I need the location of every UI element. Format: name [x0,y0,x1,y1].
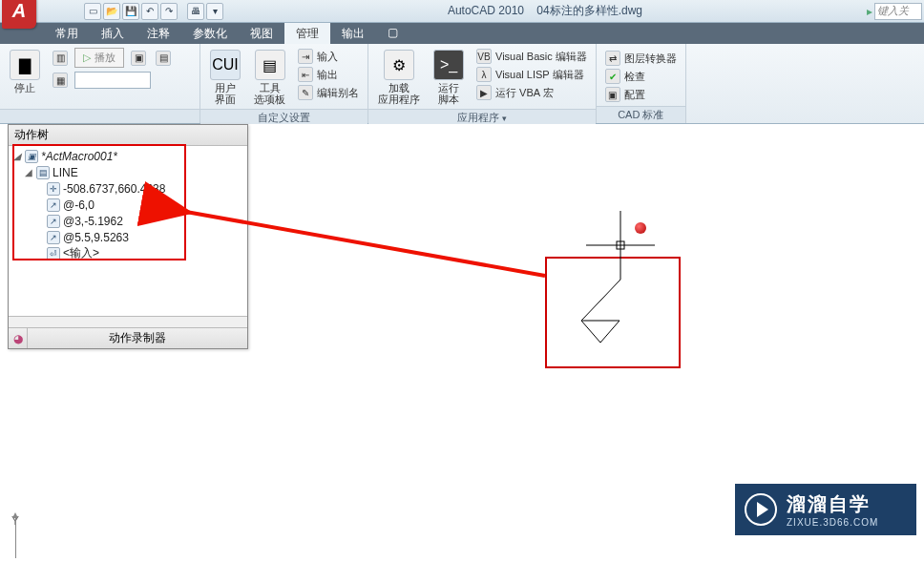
check-button[interactable]: ✔检查 [602,68,680,85]
qat-new-icon[interactable]: ▭ [84,3,101,20]
watermark: 溜溜自学 ZIXUE.3D66.COM [735,484,916,535]
qat-print-icon[interactable]: 🖶 [187,3,204,20]
vb-icon: VB [476,49,492,64]
tree-node-macro[interactable]: ◢▣*ActMacro001* [9,148,247,164]
mini-1[interactable]: ▥ [50,48,71,68]
tree-status-bar [9,316,247,327]
config-icon: ▣ [605,87,620,102]
tree-node-enter[interactable]: ⏎<输入> [9,245,247,261]
tab-insert[interactable]: 插入 [90,23,136,44]
import-icon: ⇥ [298,49,313,64]
cui-icon: CUI [210,50,241,80]
record-icon: ▇ [10,50,40,80]
window-title: AutoCAD 2010 04标注的多样性.dwg [223,3,867,19]
qat-undo-icon[interactable]: ↶ [141,3,158,20]
action-tree-body[interactable]: ◢▣*ActMacro001* ◢▤LINE ✛-508.6737,660.46… [9,146,247,316]
record-button[interactable]: ▇ 停止 [6,48,44,95]
loadapp-icon: ⚙ [384,50,414,80]
tab-home[interactable]: 常用 [44,23,90,44]
tab-annotate[interactable]: 注释 [136,23,181,44]
tab-output[interactable]: 输出 [330,23,376,44]
lisp-icon: λ [476,67,492,82]
annotation-rect [545,257,681,368]
loadapp-button[interactable]: ⚙加载 应用程序 [374,48,424,107]
vbe-button[interactable]: VBVisual Basic 编辑器 [473,48,590,65]
tree-node-pt3[interactable]: ↗@3,-5.1962 [9,213,247,229]
panel-label-standards: CAD 标准 [597,106,685,123]
layertrans-button[interactable]: ⇄图层转换器 [602,50,680,67]
line-cmd-icon: ▤ [36,166,50,179]
cui-button[interactable]: CUI用户 界面 [206,48,244,107]
layertrans-icon: ⇄ [605,51,620,66]
help-search-input[interactable]: 键入关 [874,3,922,20]
point-icon: ✛ [47,182,60,196]
rel-icon: ↗ [47,215,60,228]
tab-manage[interactable]: 管理 [284,23,330,44]
watermark-play-icon [745,493,777,526]
toolpalettes-button[interactable]: ▤工具 选项板 [250,48,289,107]
ucs-y-axis [15,516,16,558]
import-button[interactable]: ⇥输入 [295,48,362,65]
tab-parametric[interactable]: 参数化 [181,23,239,44]
runvba-button[interactable]: ▶运行 VBA 宏 [473,84,590,101]
tree-node-pt2[interactable]: ↗@-6,0 [9,197,247,213]
search-icon: ▸ [867,5,872,18]
qat-save-icon[interactable]: 💾 [122,3,139,20]
check-icon: ✔ [605,69,620,84]
record-indicator-dot [635,222,646,234]
tree-node-line[interactable]: ◢▤LINE [9,164,247,180]
runscript-button[interactable]: >_运行 脚本 [430,48,468,107]
rel-icon: ↗ [47,198,60,212]
tree-node-pt1[interactable]: ✛-508.6737,660.4638 [9,180,247,197]
macro-icon: ▣ [25,150,38,163]
tree-node-pt4[interactable]: ↗@5.5,9.5263 [9,229,247,245]
tree-footer-label: 动作录制器 [28,328,247,348]
tree-options-button[interactable]: ◕ [9,328,28,348]
vba-icon: ▶ [476,85,492,100]
vlisp-button[interactable]: λVisual LISP 编辑器 [473,66,590,83]
enter-icon: ⏎ [47,247,60,260]
tab-view[interactable]: 视图 [239,23,284,44]
panel-label-recorder [0,109,200,123]
tab-extra[interactable]: ▢ [376,23,410,44]
mini-3[interactable]: ▤ [153,48,174,68]
app-menu-button[interactable]: A [0,0,40,31]
export-icon: ⇤ [298,67,313,82]
qat-redo-icon[interactable]: ↷ [160,3,178,20]
action-tree-title: 动作树 [9,125,247,146]
play-button[interactable]: ▷播放 [74,48,124,68]
palette-icon: ▤ [255,50,285,80]
script-icon: >_ [433,50,464,80]
mini-2[interactable]: ▣ [128,48,149,68]
qat-open-icon[interactable]: 📂 [103,3,120,20]
rel-icon: ↗ [47,231,60,244]
alias-icon: ✎ [298,85,313,100]
macro-dropdown[interactable] [74,72,151,89]
export-button[interactable]: ⇤输出 [295,66,362,83]
mini-4[interactable]: ▦ [50,72,71,89]
config-button[interactable]: ▣配置 [602,86,680,103]
action-tree-panel: 动作树 ◢▣*ActMacro001* ◢▤LINE ✛-508.6737,66… [8,124,248,349]
qat-more-icon[interactable]: ▾ [206,3,223,20]
editalias-button[interactable]: ✎编辑别名 [295,84,362,101]
